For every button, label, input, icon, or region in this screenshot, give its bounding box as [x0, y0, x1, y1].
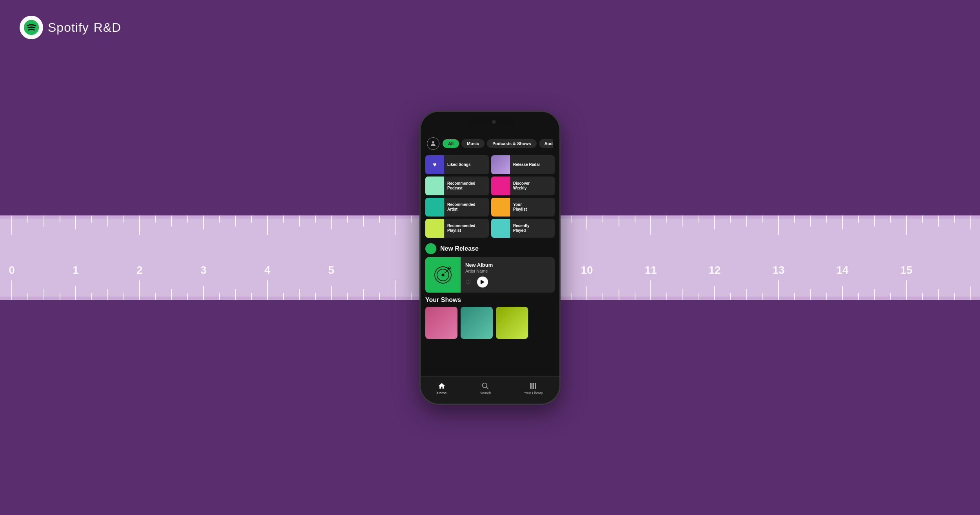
new-release-section-header: New Release: [421, 240, 559, 256]
your-shows-section: Your Shows: [421, 294, 559, 341]
chip-all[interactable]: All: [443, 139, 459, 148]
user-avatar[interactable]: [427, 137, 439, 150]
rec-playlist-icon: [425, 219, 444, 238]
svg-text:11: 11: [644, 264, 657, 276]
filter-chips: All Music Podcasts & Shows Audiobo: [443, 139, 553, 148]
library-item-liked-songs[interactable]: ♥ Liked Songs: [425, 155, 489, 174]
svg-text:15: 15: [900, 264, 912, 276]
new-release-dot: [425, 243, 436, 254]
nav-search-label: Search: [480, 391, 491, 395]
play-button[interactable]: [477, 277, 488, 288]
volume-down-button: [419, 204, 420, 224]
phone-notch: [466, 116, 514, 127]
library-item-discover-weekly[interactable]: DiscoverWeekly: [491, 177, 555, 195]
library-item-release-radar[interactable]: Release Radar: [491, 155, 555, 174]
svg-rect-150: [532, 383, 534, 389]
chip-podcasts[interactable]: Podcasts & Shows: [487, 139, 536, 148]
discover-weekly-icon: [491, 177, 510, 195]
svg-point-140: [432, 141, 434, 144]
liked-songs-icon: ♥: [425, 155, 444, 174]
album-artist: Artist Name: [465, 269, 550, 273]
rec-playlist-label: RecommendedPlaylist: [447, 224, 475, 233]
library-item-rec-podcast[interactable]: RecommendedPodcast: [425, 177, 489, 195]
shows-row: [425, 307, 555, 339]
chip-music[interactable]: Music: [461, 139, 485, 148]
brand-name: Spotify: [48, 20, 89, 35]
show-card-1[interactable]: [425, 307, 457, 339]
new-release-card[interactable]: New Album Artist Name ♡: [425, 257, 555, 293]
nav-library[interactable]: Your Library: [524, 382, 543, 395]
spotify-logo: Spotify R&D: [20, 16, 121, 39]
new-release-title: New Release: [440, 245, 479, 252]
recently-played-label: RecentlyPlayed: [513, 224, 530, 233]
rec-podcast-label: RecommendedPodcast: [447, 181, 475, 191]
volume-up-button: [419, 180, 420, 200]
svg-text:0: 0: [9, 264, 15, 276]
your-playlist-label: YourPlaylist: [513, 202, 527, 212]
svg-rect-151: [535, 383, 536, 389]
nav-library-label: Your Library: [524, 391, 543, 395]
phone-frame: All Music Podcasts & Shows Audiobo ♥ Lik…: [419, 111, 561, 405]
svg-text:10: 10: [581, 264, 593, 276]
library-grid: ♥ Liked Songs Release Radar RecommendedP…: [421, 153, 559, 240]
nav-search[interactable]: Search: [480, 382, 491, 395]
library-item-recently-played[interactable]: RecentlyPlayed: [491, 219, 555, 238]
release-radar-icon: [491, 155, 510, 174]
nav-home[interactable]: Home: [437, 382, 446, 395]
your-shows-title: Your Shows: [425, 297, 555, 304]
svg-text:14: 14: [836, 264, 849, 276]
library-item-rec-playlist[interactable]: RecommendedPlaylist: [425, 219, 489, 238]
library-item-your-playlist[interactable]: YourPlaylist: [491, 198, 555, 217]
your-playlist-icon: [491, 198, 510, 217]
spotify-logo-circle: [20, 16, 43, 39]
svg-text:13: 13: [772, 264, 784, 276]
svg-line-148: [486, 387, 488, 389]
rec-artist-icon: [425, 198, 444, 217]
phone-mockup: All Music Podcasts & Shows Audiobo ♥ Lik…: [419, 111, 561, 405]
recently-played-icon: [491, 219, 510, 238]
nav-home-label: Home: [437, 391, 446, 395]
rec-podcast-icon: [425, 177, 444, 195]
svg-text:2: 2: [136, 264, 143, 276]
svg-marker-146: [481, 280, 485, 284]
show-card-2[interactable]: [461, 307, 493, 339]
silent-switch: [419, 163, 420, 175]
chip-audiobooks[interactable]: Audiobo: [539, 139, 553, 148]
album-art: [425, 257, 461, 293]
rec-artist-label: RecommendedArtist: [447, 202, 475, 212]
svg-text:5: 5: [328, 264, 334, 276]
release-radar-label: Release Radar: [513, 162, 540, 167]
discover-weekly-label: DiscoverWeekly: [513, 181, 530, 191]
phone-screen: All Music Podcasts & Shows Audiobo ♥ Lik…: [421, 112, 559, 404]
album-info: New Album Artist Name ♡: [461, 258, 555, 291]
svg-point-143: [441, 273, 444, 276]
liked-songs-label: Liked Songs: [447, 162, 470, 167]
album-title: New Album: [465, 262, 550, 268]
camera-dot: [492, 120, 496, 124]
svg-text:1: 1: [73, 264, 79, 276]
power-button: [560, 175, 561, 198]
heart-button[interactable]: ♡: [465, 278, 471, 286]
show-card-3[interactable]: [496, 307, 528, 339]
svg-rect-149: [530, 383, 531, 389]
svg-text:3: 3: [200, 264, 207, 276]
brand-suffix: R&D: [94, 20, 122, 35]
svg-text:4: 4: [264, 264, 270, 276]
bottom-nav: Home Search Your Library: [421, 376, 559, 404]
top-bar: All Music Podcasts & Shows Audiobo: [421, 133, 559, 153]
svg-text:12: 12: [708, 264, 720, 276]
album-actions: ♡: [465, 277, 550, 288]
library-item-rec-artist[interactable]: RecommendedArtist: [425, 198, 489, 217]
